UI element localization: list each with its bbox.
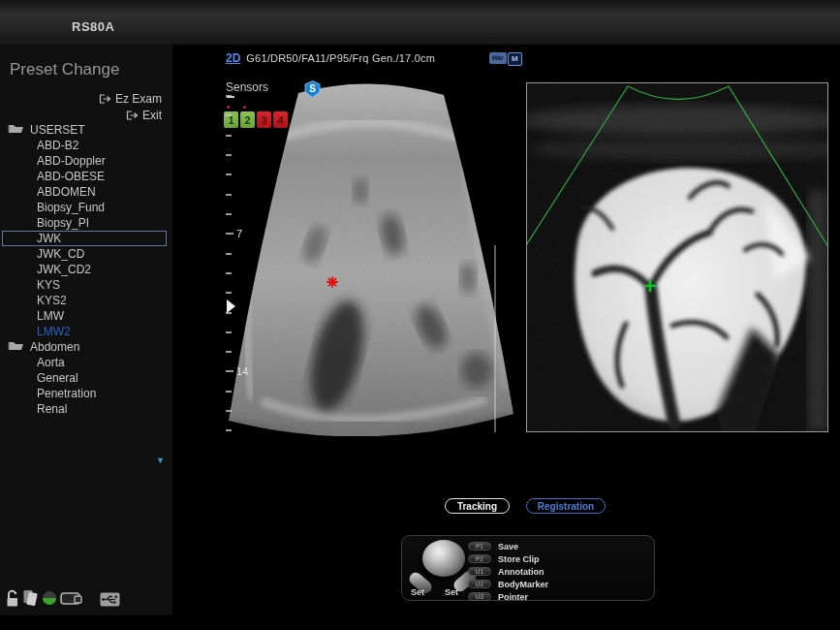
- softkey-label: Save: [498, 542, 518, 551]
- preset-item-label: Biopsy_Fund: [37, 201, 105, 214]
- exit-arrow-icon: [99, 94, 111, 104]
- preset-item-abd-doppler[interactable]: ABD-Doppler: [0, 153, 172, 169]
- ez-exam-button[interactable]: Ez Exam: [99, 92, 162, 106]
- preset-item-renal[interactable]: Renal: [0, 401, 172, 417]
- control-legend-panel: Set Set P1 Save P2 Store Clip U1 Annotat…: [401, 535, 655, 601]
- imaging-area: 2D G61/DR50/FA11/P95/Frq Gen./17.0cm Har…: [172, 45, 840, 630]
- mri-reference-image[interactable]: [526, 82, 828, 432]
- preset-item-label: KYS: [37, 278, 60, 292]
- scroll-down-icon[interactable]: ▼: [156, 456, 165, 465]
- exit-arrow-icon: [126, 110, 139, 120]
- preset-item-kys[interactable]: KYS: [0, 277, 172, 293]
- focus-marker-icon: [227, 299, 235, 313]
- preset-item-aorta[interactable]: Aorta: [0, 355, 172, 370]
- preset-folder-abdomen[interactable]: Abdomen: [0, 339, 172, 355]
- m-badge-icon: M: [508, 52, 522, 66]
- documents-icon: [22, 588, 39, 611]
- ez-exam-label: Ez Exam: [115, 92, 162, 106]
- softkey-store-clip: P2 Store Clip: [468, 553, 540, 564]
- preset-item-kys2[interactable]: KYS2: [0, 293, 172, 308]
- softkey-save: P1 Save: [468, 541, 518, 551]
- preset-item-jwk-cd[interactable]: JWK_CD: [0, 246, 172, 262]
- set-left-label: Set: [411, 587, 424, 597]
- softkey-p1-icon: P1: [468, 542, 491, 551]
- depth-label-14: 14: [236, 365, 248, 377]
- softkey-u2-icon: U2: [468, 580, 491, 588]
- mode-2d-label: 2D: [226, 51, 240, 65]
- ultrasound-image[interactable]: 7 14 S: [223, 79, 521, 436]
- depth-label-7: 7: [236, 228, 242, 239]
- red-asterisk-marker: [327, 277, 337, 287]
- preset-item-label: General: [37, 371, 78, 385]
- folder-icon: [8, 340, 24, 354]
- preset-item-penetration[interactable]: Penetration: [0, 386, 172, 401]
- preset-folder-label: Abdomen: [30, 340, 79, 354]
- softkey-label: BodyMarker: [498, 580, 548, 589]
- system-title: RS80A: [72, 19, 114, 34]
- preset-item-biopsy-fund[interactable]: Biopsy_Fund: [0, 200, 172, 215]
- preset-item-jwk[interactable]: JWK: [2, 231, 167, 246]
- registration-button[interactable]: Registration: [526, 498, 606, 514]
- status-bar: [0, 587, 172, 615]
- softkey-u1-icon: U1: [468, 567, 491, 576]
- harmonic-badge-icon: Har: [489, 52, 507, 64]
- softkey-label: Store Clip: [498, 554, 540, 564]
- tracking-button[interactable]: Tracking: [445, 498, 510, 514]
- trackball-icon: [422, 540, 465, 577]
- usb-icon: [100, 592, 120, 611]
- preset-item-label: JWK_CD: [37, 247, 84, 261]
- preset-item-label: ABD-OBESE: [37, 170, 105, 183]
- svg-text:S: S: [309, 83, 316, 94]
- preset-item-label: ABDOMEN: [37, 185, 96, 199]
- preset-item-biopsy-pi[interactable]: Biopsy_PI: [0, 215, 172, 231]
- softkey-p2-icon: P2: [468, 554, 491, 563]
- tracking-label: Tracking: [457, 501, 497, 512]
- preset-item-label: KYS2: [37, 294, 67, 307]
- preset-item-abd-b2[interactable]: ABD-B2: [0, 138, 172, 153]
- unlock-icon: [5, 589, 19, 612]
- preset-item-abdomen-caps[interactable]: ABDOMEN: [0, 184, 172, 200]
- preset-item-abd-obese[interactable]: ABD-OBESE: [0, 169, 172, 184]
- preset-item-label: ABD-B2: [37, 139, 78, 152]
- preset-item-label: Renal: [37, 402, 67, 416]
- softkey-label: Annotation: [498, 567, 544, 577]
- preset-item-label: ABD-Doppler: [37, 154, 106, 168]
- preset-item-lmw[interactable]: LMW: [0, 308, 172, 324]
- exit-button[interactable]: Exit: [126, 109, 162, 122]
- set-right-label: Set: [445, 587, 458, 597]
- preset-item-general[interactable]: General: [0, 370, 172, 386]
- softkey-pointer: U3 Pointer: [468, 591, 528, 602]
- preset-folder-label: USERSET: [30, 123, 85, 137]
- preset-item-label: Biopsy_PI: [37, 216, 89, 230]
- registration-label: Registration: [538, 501, 594, 512]
- preset-item-label: Aorta: [37, 356, 65, 369]
- preset-item-label: JWK_CD2: [37, 263, 91, 276]
- status-led-icon: [43, 591, 56, 605]
- preset-item-label: Penetration: [37, 387, 96, 400]
- preset-item-label: JWK: [37, 232, 61, 245]
- title-bar: RS80A: [0, 0, 840, 45]
- preset-item-label: LMW: [37, 309, 64, 323]
- softkey-u3-icon: U3: [468, 592, 491, 601]
- image-info-bar: 2D G61/DR50/FA11/P95/Frq Gen./17.0cm: [226, 51, 435, 65]
- softkey-label: Pointer: [498, 592, 528, 602]
- depth-ruler: [226, 96, 233, 430]
- softkey-bodymarker: U2 BodyMarker: [468, 579, 548, 589]
- preset-item-label: LMW2: [37, 325, 71, 338]
- preset-sidebar: Preset Change Ez Exam Exit USERSET ABD-B…: [0, 45, 172, 615]
- printer-icon: [60, 591, 82, 611]
- softkey-annotation: U1 Annotation: [468, 566, 544, 577]
- exit-label: Exit: [142, 109, 162, 122]
- preset-folder-userset[interactable]: USERSET: [0, 122, 172, 138]
- preset-item-lmw2-active[interactable]: LMW2: [0, 324, 172, 339]
- sidebar-title: Preset Change: [10, 60, 119, 79]
- acquisition-params: G61/DR50/FA11/P95/Frq Gen./17.0cm: [246, 52, 435, 64]
- folder-icon: [8, 123, 24, 137]
- rs80a-screen: RS80A Preset Change Ez Exam Exit USERSET…: [0, 0, 840, 630]
- preset-item-jwk-cd2[interactable]: JWK_CD2: [0, 262, 172, 277]
